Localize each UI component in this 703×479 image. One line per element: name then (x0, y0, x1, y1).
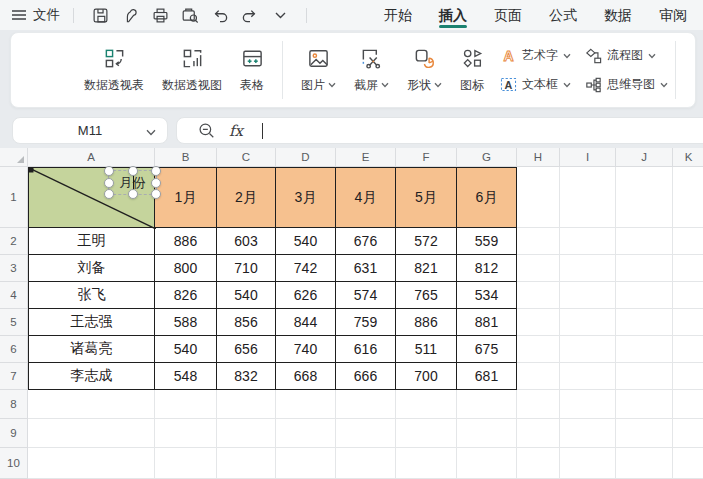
cell-J4[interactable] (616, 282, 673, 309)
cell-A10[interactable] (28, 448, 155, 479)
cell-K5[interactable] (673, 309, 703, 336)
cell-I7[interactable] (560, 363, 616, 390)
cell-I2[interactable] (560, 228, 616, 255)
export-button[interactable] (117, 3, 143, 27)
cell-A7[interactable]: 李志成 (28, 363, 155, 390)
cell-H10[interactable] (517, 448, 560, 479)
tab-page[interactable]: 页面 (494, 0, 522, 30)
cell-F8[interactable] (396, 390, 457, 419)
cell-B9[interactable] (155, 419, 217, 448)
cell-C9[interactable] (217, 419, 276, 448)
column-header-C[interactable]: C (217, 148, 276, 167)
row-header-10[interactable]: 10 (0, 448, 28, 479)
undo-button[interactable] (207, 3, 233, 27)
name-box[interactable]: M11 (12, 117, 168, 144)
cell-J5[interactable] (616, 309, 673, 336)
cell-A9[interactable] (28, 419, 155, 448)
cell-K2[interactable] (673, 228, 703, 255)
select-all-corner[interactable] (0, 148, 28, 167)
cell-D9[interactable] (276, 419, 336, 448)
cell-K9[interactable] (673, 419, 703, 448)
screenshot-button[interactable]: 截屏 (345, 38, 398, 102)
cell-H3[interactable] (517, 255, 560, 282)
cell-H2[interactable] (517, 228, 560, 255)
cell-E7[interactable]: 666 (336, 363, 396, 390)
cell-F6[interactable]: 511 (396, 336, 457, 363)
cell-D5[interactable]: 844 (276, 309, 336, 336)
icons-button[interactable]: 图标 (451, 38, 493, 102)
cell-C2[interactable]: 603 (217, 228, 276, 255)
cell-H4[interactable] (517, 282, 560, 309)
shapes-button[interactable]: 形状 (398, 38, 451, 102)
cell-B8[interactable] (155, 390, 217, 419)
pivot-table-button[interactable]: 数据透视表 (75, 38, 153, 102)
cell-C6[interactable]: 656 (217, 336, 276, 363)
row-header-9[interactable]: 9 (0, 419, 28, 448)
cell-G1[interactable]: 6月 (457, 167, 517, 228)
cell-A8[interactable] (28, 390, 155, 419)
cell-B3[interactable]: 800 (155, 255, 217, 282)
cell-F9[interactable] (396, 419, 457, 448)
wordart-button[interactable]: A 艺术字 (500, 47, 571, 64)
cell-B4[interactable]: 826 (155, 282, 217, 309)
cell-H5[interactable] (517, 309, 560, 336)
cell-C3[interactable]: 710 (217, 255, 276, 282)
cell-J2[interactable] (616, 228, 673, 255)
cell-I6[interactable] (560, 336, 616, 363)
cell-K3[interactable] (673, 255, 703, 282)
cell-D2[interactable]: 540 (276, 228, 336, 255)
picture-button[interactable]: 图片 (292, 38, 345, 102)
cell-E1[interactable]: 4月 (336, 167, 396, 228)
cell-B2[interactable]: 886 (155, 228, 217, 255)
cell-I5[interactable] (560, 309, 616, 336)
zoom-magnifier-icon[interactable] (198, 122, 215, 139)
cell-C10[interactable] (217, 448, 276, 479)
cell-A2[interactable]: 王明 (28, 228, 155, 255)
column-header-I[interactable]: I (560, 148, 616, 167)
cell-J1[interactable] (616, 167, 673, 228)
selection-handle[interactable] (151, 189, 161, 199)
pivot-chart-button[interactable]: 数据透视图 (153, 38, 231, 102)
cell-G7[interactable]: 681 (457, 363, 517, 390)
cell-G4[interactable]: 534 (457, 282, 517, 309)
cell-B5[interactable]: 588 (155, 309, 217, 336)
selection-handle[interactable] (104, 166, 114, 176)
cell-E6[interactable]: 616 (336, 336, 396, 363)
cell-G2[interactable]: 559 (457, 228, 517, 255)
row-header-5[interactable]: 5 (0, 309, 28, 336)
table-button[interactable]: 表格 (231, 38, 273, 102)
cell-G10[interactable] (457, 448, 517, 479)
redo-button[interactable] (237, 3, 263, 27)
file-menu-button[interactable]: 文件 (12, 6, 60, 24)
cell-H8[interactable] (517, 390, 560, 419)
cell-D8[interactable] (276, 390, 336, 419)
column-header-G[interactable]: G (457, 148, 517, 167)
a1-textbox[interactable]: 月份 (108, 170, 157, 195)
textbox-button[interactable]: A 文本框 (500, 76, 571, 93)
fx-button[interactable]: fx (229, 122, 243, 140)
cell-G9[interactable] (457, 419, 517, 448)
column-header-K[interactable]: K (673, 148, 703, 167)
cell-J7[interactable] (616, 363, 673, 390)
selection-handle[interactable] (128, 189, 138, 199)
cell-I8[interactable] (560, 390, 616, 419)
column-header-D[interactable]: D (276, 148, 336, 167)
row-header-8[interactable]: 8 (0, 390, 28, 419)
selection-handle[interactable] (104, 178, 114, 188)
cell-G3[interactable]: 812 (457, 255, 517, 282)
row-header-3[interactable]: 3 (0, 255, 28, 282)
cell-J9[interactable] (616, 419, 673, 448)
cell-I10[interactable] (560, 448, 616, 479)
column-header-B[interactable]: B (155, 148, 217, 167)
cell-A3[interactable]: 刘备 (28, 255, 155, 282)
tab-review[interactable]: 审阅 (659, 0, 687, 30)
cell-C8[interactable] (217, 390, 276, 419)
cell-J8[interactable] (616, 390, 673, 419)
more-actions-button[interactable] (267, 3, 293, 27)
cell-E3[interactable]: 631 (336, 255, 396, 282)
cell-F4[interactable]: 765 (396, 282, 457, 309)
cell-C7[interactable]: 832 (217, 363, 276, 390)
cell-J6[interactable] (616, 336, 673, 363)
cell-B10[interactable] (155, 448, 217, 479)
cell-J3[interactable] (616, 255, 673, 282)
